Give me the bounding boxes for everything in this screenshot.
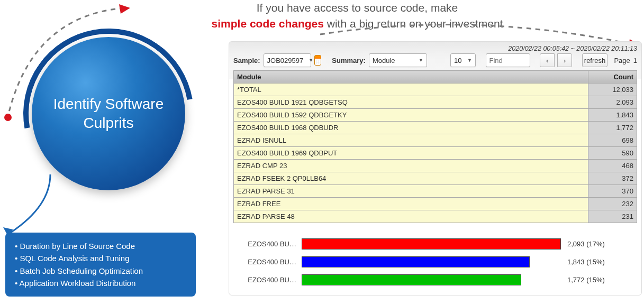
circle-graphic: Identify Software Culprits: [32, 37, 185, 190]
module-bar-chart: EZOS400 BU…2,093 (17%)EZOS400 BU…1,843 (…: [233, 235, 637, 289]
chart-bar: [302, 238, 561, 249]
chart-bar-label: EZOS400 BU…: [235, 240, 296, 248]
chart-value-label: 2,093 (17%): [567, 240, 605, 248]
table-row[interactable]: EZRAD FREE232: [234, 198, 637, 210]
cell-module: EZOS400 BUILD 1969 QDBPUT: [234, 147, 588, 160]
cell-module: *TOTAL: [234, 84, 588, 96]
page-number: 1: [633, 57, 637, 64]
col-count[interactable]: Count: [588, 71, 637, 84]
cell-count: 12,033: [588, 84, 637, 96]
cell-module: EZRAD FSEEK 2 QP0LLB64: [234, 172, 588, 185]
chart-track: [302, 256, 561, 267]
chart-bar: [302, 256, 530, 267]
chart-row: EZOS400 BU…1,772 (15%): [235, 271, 635, 289]
chart-track: [302, 274, 561, 285]
table-row[interactable]: *TOTAL12,033: [234, 84, 637, 96]
table-row[interactable]: EZOS400 BUILD 1592 QDBGETKY1,843: [234, 109, 637, 122]
table-row[interactable]: EZRAD ISNULL698: [234, 134, 637, 147]
cell-count: 231: [588, 210, 637, 223]
cell-count: 1,843: [588, 109, 637, 122]
cell-count: 1,772: [588, 122, 637, 134]
table-row[interactable]: EZOS400 BUILD 1968 QDBUDR1,772: [234, 122, 637, 134]
timestamp-range: 2020/02/22 00:05:42 ~ 2020/02/22 20:11:1…: [233, 45, 637, 52]
cell-count: 698: [588, 134, 637, 147]
table-row[interactable]: EZRAD PARSE 48231: [234, 210, 637, 223]
svg-point-1: [4, 114, 12, 121]
promo-area: Identify Software Culprits Duration by L…: [0, 0, 228, 305]
chart-row: EZOS400 BU…1,843 (15%): [235, 253, 635, 271]
calendar-icon[interactable]: [314, 55, 322, 66]
feature-item: Batch Job Scheduling Optimization: [15, 265, 186, 277]
refresh-button[interactable]: refresh: [582, 53, 608, 67]
chart-value-label: 1,772 (15%): [567, 276, 605, 284]
cell-count: 468: [588, 160, 637, 172]
chart-value-label: 1,843 (15%): [567, 258, 605, 266]
feature-box: Duration by Line of Source Code SQL Code…: [5, 233, 196, 297]
headline-emph: simple code changes: [212, 17, 324, 30]
next-page-button[interactable]: ›: [557, 53, 572, 67]
circle-body: Identify Software Culprits: [32, 37, 185, 190]
cell-module: EZRAD CMP 23: [234, 160, 588, 172]
cell-count: 372: [588, 172, 637, 185]
cell-module: EZRAD FREE: [234, 198, 588, 210]
cell-module: EZOS400 BUILD 1921 QDBGETSQ: [234, 96, 588, 109]
cell-module: EZRAD ISNULL: [234, 134, 588, 147]
feature-item: Application Workload Distribution: [15, 277, 186, 289]
feature-item: Duration by Line of Source Code: [15, 240, 186, 252]
chart-bar: [302, 274, 521, 285]
table-row[interactable]: EZRAD PARSE 31370: [234, 185, 637, 198]
cell-count: 590: [588, 147, 637, 160]
table-row[interactable]: EZOS400 BUILD 1921 QDBGETSQ2,093: [234, 96, 637, 109]
module-table: Module Count *TOTAL12,033EZOS400 BUILD 1…: [233, 70, 637, 223]
cell-module: EZOS400 BUILD 1968 QDBUDR: [234, 122, 588, 134]
cell-count: 370: [588, 185, 637, 198]
summary-select[interactable]: Module: [369, 53, 427, 67]
cell-module: EZRAD PARSE 31: [234, 185, 588, 198]
chart-bar-label: EZOS400 BU…: [235, 276, 296, 284]
svg-marker-0: [119, 4, 130, 14]
sample-select[interactable]: JOB029597: [264, 53, 311, 67]
sample-label: Sample:: [233, 57, 260, 64]
cell-module: EZOS400 BUILD 1592 QDBGETKY: [234, 109, 588, 122]
page-label: Page: [614, 57, 630, 64]
chart-track: [302, 238, 561, 249]
circle-title: Identify Software Culprits: [32, 95, 185, 133]
cell-count: 232: [588, 198, 637, 210]
cell-module: EZRAD PARSE 48: [234, 210, 588, 223]
toolbar: Sample: JOB029597 Summary: Module 10 ‹› …: [233, 53, 637, 67]
summary-label: Summary:: [332, 57, 366, 64]
headline: If you have access to source code, make …: [185, 0, 529, 32]
analysis-panel: 2020/02/22 00:05:42 ~ 2020/02/22 20:11:1…: [229, 41, 642, 295]
headline-line1: If you have access to source code, make: [257, 2, 458, 14]
table-row[interactable]: EZOS400 BUILD 1969 QDBPUT590: [234, 147, 637, 160]
chart-row: EZOS400 BU…2,093 (17%): [235, 235, 635, 253]
table-row[interactable]: EZRAD FSEEK 2 QP0LLB64372: [234, 172, 637, 185]
chart-bar-label: EZOS400 BU…: [235, 258, 296, 266]
find-input-wrap[interactable]: [486, 53, 530, 67]
table-row[interactable]: EZRAD CMP 23468: [234, 160, 637, 172]
col-module[interactable]: Module: [234, 71, 588, 84]
headline-line2: with a big return on your investment: [324, 17, 503, 30]
find-input[interactable]: [489, 57, 527, 64]
pagesize-select[interactable]: 10: [450, 53, 476, 67]
feature-item: SQL Code Analysis and Tuning: [15, 252, 186, 264]
cell-count: 2,093: [588, 96, 637, 109]
prev-page-button[interactable]: ‹: [540, 53, 555, 67]
